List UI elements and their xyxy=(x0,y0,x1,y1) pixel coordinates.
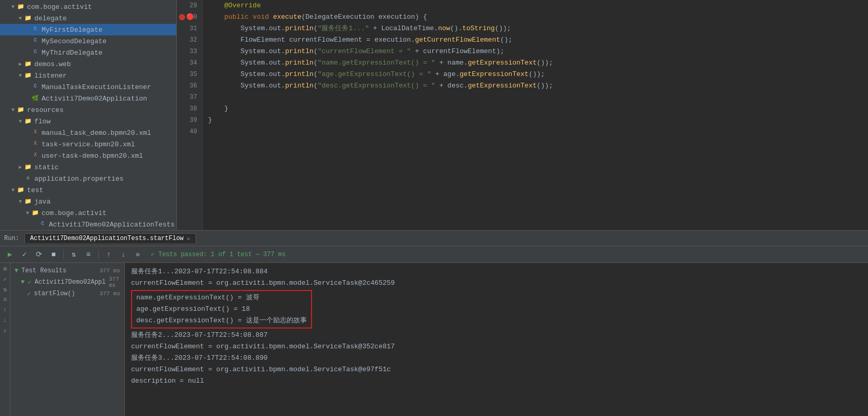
test-result-startflow[interactable]: ✓ startFlow() 377 ms xyxy=(10,288,124,299)
tab-close-icon[interactable]: ✕ xyxy=(187,235,190,242)
breakpoint-indicator xyxy=(179,14,185,20)
test-app-time: 377 ms xyxy=(109,276,124,288)
tree-label: com.boge.activit xyxy=(42,209,107,217)
tree-item-activiti7app[interactable]: 🌿 Activiti7Demo02Application xyxy=(0,93,176,104)
strip-icon-7[interactable]: ⚡ xyxy=(1,327,9,336)
test-startflow-label: startFlow() xyxy=(34,290,75,297)
tree-label: Activiti7Demo02ApplicationTests xyxy=(49,221,175,229)
tree-item-manualtasklistener[interactable]: C ManualTaskExecutionListener xyxy=(0,81,176,93)
code-line-40 xyxy=(208,126,863,137)
code-line-37 xyxy=(208,92,863,103)
strip-icon-2[interactable]: ✓ xyxy=(1,275,9,284)
tree-item-user-task-xml[interactable]: X user-task-demo.bpmn20.xml xyxy=(0,150,176,161)
folder-icon: 📁 xyxy=(24,15,32,22)
tree-item-listener[interactable]: ▼ 📁 listener xyxy=(0,70,176,81)
forward-button[interactable]: » xyxy=(132,249,144,260)
tree-item-flow[interactable]: ▼ 📁 flow xyxy=(0,116,176,127)
folder-icon: 📁 xyxy=(17,186,25,194)
console-line-8: 服务任务3...2023-07-17T22:54:08.890 xyxy=(131,352,862,364)
tree-label: com.boge.activit xyxy=(27,3,92,11)
code-line-33: System.out.println("currentFlowElement =… xyxy=(208,46,863,57)
test-results-label: Test Results xyxy=(21,267,66,274)
tree-item-mythirddelegate[interactable]: C MyThirdDelegate xyxy=(0,47,176,58)
tree-item-resources[interactable]: ▼ 📁 resources xyxy=(0,104,176,116)
check-button[interactable]: ✓ xyxy=(19,249,30,260)
folder-icon: 📁 xyxy=(24,60,32,68)
code-line-34: System.out.println("name.getExpressionTe… xyxy=(208,57,863,69)
resources-icon: 📁 xyxy=(17,106,25,114)
tree-label: listener xyxy=(34,72,67,80)
tree-label: demos.web xyxy=(34,60,71,68)
strip-icon-1[interactable]: ⚙ xyxy=(1,265,9,273)
code-content: @Override public void execute(DelegateEx… xyxy=(203,0,868,230)
tree-item-manual-task-xml[interactable]: X manual_task_demo.bpmn20.xml xyxy=(0,127,176,138)
console-line-3: name.getExpressionText() = 波哥 xyxy=(136,292,307,304)
code-line-31: System.out.println("服务任务1..." + LocalDat… xyxy=(208,23,863,34)
up-button[interactable]: ↑ xyxy=(103,249,114,260)
line-35: 35 xyxy=(177,69,202,80)
console-line-5: desc.getExpressionText() = 这是一个励志的故事 xyxy=(136,315,307,326)
java-icon: C xyxy=(38,221,47,228)
console-line-7: currentFlowElement = org.activiti.bpmn.m… xyxy=(131,341,862,352)
highlighted-output-box: name.getExpressionText() = 波哥 age.getExp… xyxy=(131,290,312,329)
line-37: 37 xyxy=(177,92,202,103)
tree-item-task-service-xml[interactable]: X task-service.bpmn20.xml xyxy=(0,138,176,150)
line-36: 36 xyxy=(177,80,202,92)
xml-icon: X xyxy=(31,141,40,148)
test-startflow-time: 377 ms xyxy=(99,291,124,297)
console-line-2: currentFlowElement = org.activiti.bpmn.m… xyxy=(131,278,862,289)
tree-item-myfirstdelegate[interactable]: C MyFirstDelegate xyxy=(0,24,176,35)
separator xyxy=(63,250,64,259)
strip-icon-5[interactable]: ↑ xyxy=(1,307,9,315)
line-31: 31 xyxy=(177,23,202,34)
tree-item-activiti7tests[interactable]: C Activiti7Demo02ApplicationTests xyxy=(0,219,176,230)
tree-label: task-service.bpmn20.xml xyxy=(42,141,135,148)
tree-label: static xyxy=(34,163,59,171)
test-results-panel: ▼ Test Results 377 ms ▼ ✓ Activiti7Demo0… xyxy=(10,263,125,416)
tree-label: user-task-demo.bpmn20.xml xyxy=(42,152,143,160)
expand-button[interactable]: ≡ xyxy=(83,249,94,260)
code-line-38: } xyxy=(208,103,863,115)
left-icon-strip: ⚙ ✓ ⇅ ≡ ↑ ↓ ⚡ xyxy=(0,263,10,416)
strip-icon-3[interactable]: ⇅ xyxy=(1,286,9,294)
console-output: 服务任务1...2023-07-17T22:54:08.884 currentF… xyxy=(125,263,868,416)
rerun-button[interactable]: ⟳ xyxy=(33,249,45,260)
strip-icon-4[interactable]: ≡ xyxy=(1,296,9,305)
code-line-30: public void execute(DelegateExecution ex… xyxy=(208,11,863,23)
tree-item-myseconddelegate[interactable]: C MySecondDelegate xyxy=(0,35,176,47)
run-tab-activiti[interactable]: Activiti7Demo02ApplicationTests.startFlo… xyxy=(24,233,196,243)
run-tab-label: Activiti7Demo02ApplicationTests.startFlo… xyxy=(30,235,184,242)
tree-arrow: ▼ xyxy=(9,107,17,113)
console-line-6: 服务任务2...2023-07-17T22:54:08.887 xyxy=(131,330,862,341)
tree-label: delegate xyxy=(34,15,67,22)
tree-item-static[interactable]: ▶ 📁 static xyxy=(0,161,176,173)
line-40: 40 xyxy=(177,126,202,137)
console-line-10: description = null xyxy=(131,375,862,387)
tree-label: MySecondDelegate xyxy=(42,37,107,45)
strip-icon-6[interactable]: ↓ xyxy=(1,317,9,325)
tree-item-com-boge[interactable]: ▼ 📁 com.boge.activit xyxy=(0,1,176,12)
tree-item-com-boge2[interactable]: ▼ 📁 com.boge.activit xyxy=(0,207,176,219)
tree-arrow: ▼ xyxy=(17,199,24,205)
tree-item-app-properties[interactable]: ⚙ application.properties xyxy=(0,173,176,184)
down-button[interactable]: ↓ xyxy=(118,249,129,260)
top-area: ▼ 📁 com.boge.activit ▼ 📁 delegate C MyFi… xyxy=(0,0,868,231)
line-30: 🔴 30 xyxy=(177,11,202,23)
test-result-app[interactable]: ▼ ✓ Activiti7Demo02Appl 377 ms xyxy=(10,276,124,288)
tree-item-demos-web[interactable]: ▶ 📁 demos.web xyxy=(0,58,176,70)
tree-item-delegate[interactable]: ▼ 📁 delegate xyxy=(0,12,176,24)
code-line-36: System.out.println("desc.getExpressionTe… xyxy=(208,80,863,92)
run-panel: Run: Activiti7Demo02ApplicationTests.sta… xyxy=(0,231,868,416)
pass-icon: ✓ xyxy=(27,290,31,298)
console-line-1: 服务任务1...2023-07-17T22:54:08.884 xyxy=(131,266,862,278)
tree-item-java2[interactable]: ▼ 📁 java xyxy=(0,196,176,207)
test-pass-label: ✓ Tests passed: 1 of 1 test — 377 ms xyxy=(151,250,286,258)
stop-button[interactable]: ■ xyxy=(48,249,59,260)
tree-label: java xyxy=(34,198,50,206)
tree-item-test[interactable]: ▼ 📁 test xyxy=(0,184,176,196)
run-button[interactable]: ▶ xyxy=(4,249,16,260)
java-icon: C xyxy=(31,26,40,33)
sort-button[interactable]: ⇅ xyxy=(68,249,80,260)
tree-label: MyFirstDelegate xyxy=(42,26,102,34)
tree-arrow: ▶ xyxy=(17,61,24,67)
